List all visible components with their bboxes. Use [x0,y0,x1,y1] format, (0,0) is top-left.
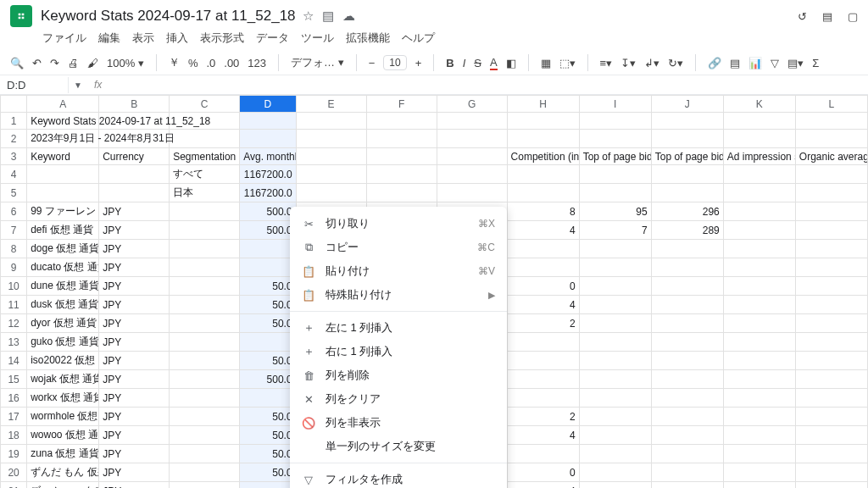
cell[interactable]: ducato 仮想 通貨 [27,258,99,277]
cell[interactable]: JPY [99,314,170,333]
cell[interactable]: JPY [99,221,170,240]
link-button[interactable]: 🔗 [708,57,721,69]
cm-paste-special[interactable]: 📋特殊貼り付け▶ [290,283,507,307]
text-color-button[interactable]: A [490,56,498,70]
cell[interactable]: JPY [99,202,170,221]
cell[interactable] [507,113,579,130]
cell[interactable] [579,463,651,482]
row-header[interactable]: 19 [1,445,27,463]
cell[interactable] [795,463,867,482]
cell[interactable] [651,463,723,482]
column-header-B[interactable]: B [99,96,170,113]
cell[interactable]: Organic average [795,148,867,165]
cell[interactable]: JPY [99,258,170,277]
cell[interactable] [723,463,795,482]
cell[interactable] [651,130,723,148]
cell[interactable]: Avg. monthly [240,148,296,165]
cell[interactable] [240,240,296,258]
cell[interactable] [723,426,795,445]
cloud-icon[interactable]: ☁ [342,8,355,24]
cell[interactable] [240,333,296,352]
cell[interactable] [651,445,723,463]
cell[interactable] [651,296,723,314]
functions-button[interactable]: Σ [812,57,819,69]
cell[interactable] [723,370,795,389]
cell[interactable] [170,240,240,258]
cell[interactable] [795,184,867,202]
cell[interactable] [296,165,366,184]
cell[interactable] [507,389,579,408]
menu-help[interactable]: ヘルプ [402,30,435,46]
filter-button[interactable]: ▽ [771,57,779,69]
cell[interactable] [507,165,579,184]
cell[interactable] [579,445,651,463]
cell[interactable] [437,148,507,165]
column-header-D[interactable]: D [240,96,296,113]
cell[interactable]: dune 仮想 通貨 [27,277,99,296]
cell[interactable] [795,258,867,277]
row-header[interactable]: 15 [1,370,27,389]
cell[interactable]: guko 仮想 通貨 [27,333,99,352]
cell[interactable]: 日本 [170,184,240,202]
cell[interactable] [795,333,867,352]
column-header-E[interactable]: E [296,96,366,113]
cell[interactable]: wormhole 仮想 通 [27,408,99,426]
cell[interactable]: 4 [507,482,579,489]
currency-button[interactable]: ￥ [169,55,180,70]
cell[interactable]: JPY [99,240,170,258]
doc-title[interactable]: Keyword Stats 2024-09-17 at 11_52_18 [41,8,296,25]
cell[interactable] [723,113,795,130]
cell[interactable]: JPY [99,463,170,482]
cell[interactable] [170,258,240,277]
cell[interactable] [795,277,867,296]
cell[interactable] [507,258,579,277]
cell[interactable] [723,277,795,296]
cell[interactable]: 99 ファーレン 仮 [27,202,99,221]
zoom-select[interactable]: 100% ▾ [107,57,144,69]
cm-copy[interactable]: ⧉コピー⌘C [290,236,507,259]
cell[interactable] [795,482,867,489]
cell[interactable] [296,113,366,130]
cell[interactable] [795,445,867,463]
cell[interactable] [366,184,437,202]
cell[interactable] [437,165,507,184]
cell[interactable] [366,148,437,165]
cell[interactable]: 500.0 [240,370,296,389]
star-icon[interactable]: ☆ [303,8,314,24]
cell[interactable]: dusk 仮想 通貨 [27,296,99,314]
font-size-input[interactable]: 10 [383,55,406,70]
cell[interactable] [579,314,651,333]
menu-data[interactable]: データ [256,30,289,46]
decrease-font-button[interactable]: − [369,57,376,69]
cell[interactable] [723,389,795,408]
cell[interactable] [579,113,651,130]
cell[interactable]: 0 [507,277,579,296]
cell[interactable] [99,184,170,202]
cell[interactable] [170,202,240,221]
menu-extensions[interactable]: 拡張機能 [346,30,390,46]
comments-icon[interactable]: ▤ [822,10,832,23]
cell[interactable] [723,258,795,277]
cell[interactable]: 4 [507,296,579,314]
cell[interactable] [240,130,296,148]
increase-font-button[interactable]: + [415,57,422,69]
cm-resize-column[interactable]: 単一列のサイズを変更 [290,435,507,458]
cell[interactable]: 50.0 [240,408,296,426]
cell[interactable] [507,445,579,463]
name-box[interactable]: D:D [0,77,69,93]
cell[interactable]: JPY [99,277,170,296]
cell[interactable]: JPY [99,296,170,314]
cell[interactable]: 50.0 [240,463,296,482]
meet-icon[interactable]: ▢ [848,10,858,23]
filter-views-button[interactable]: ▤▾ [787,57,804,69]
cell[interactable] [366,165,437,184]
cell[interactable] [651,184,723,202]
strikethrough-button[interactable]: S [474,57,481,69]
cell[interactable] [651,258,723,277]
menu-insert[interactable]: 挿入 [166,30,188,46]
cell[interactable]: JPY [99,445,170,463]
cell[interactable] [651,333,723,352]
cell[interactable] [651,370,723,389]
column-header-F[interactable]: F [366,96,437,113]
row-header[interactable]: 20 [1,463,27,482]
